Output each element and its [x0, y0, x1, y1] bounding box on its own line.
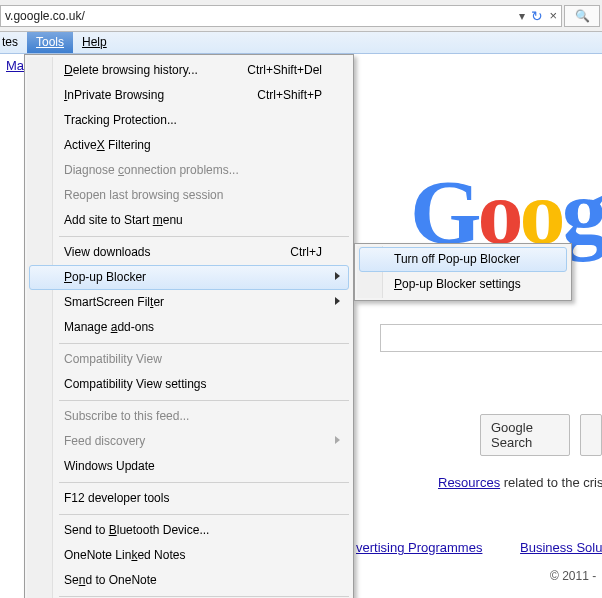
footer-links: vertising Programmes Business Soluti	[356, 540, 602, 555]
crisis-text: Resources related to the cris	[438, 475, 602, 490]
copyright: © 2011 -	[550, 569, 596, 583]
search-icon: 🔍	[575, 9, 590, 23]
feed-discovery: Feed discovery	[29, 429, 349, 454]
send-to-onenote[interactable]: Send to OneNote	[29, 568, 349, 593]
view-downloads[interactable]: View downloads Ctrl+J	[29, 240, 349, 265]
popup-blocker-settings[interactable]: Pop-up Blocker settings	[359, 272, 567, 297]
send-bluetooth[interactable]: Send to Bluetooth Device...	[29, 518, 349, 543]
lucky-button[interactable]	[580, 414, 602, 456]
dropdown-icon[interactable]: ▾	[519, 9, 525, 23]
url-text: v.google.co.uk/	[5, 9, 519, 23]
refresh-icon[interactable]: ↻	[531, 8, 543, 24]
diagnose-connection: Diagnose connection problems...	[29, 158, 349, 183]
compat-view: Compatibility View	[29, 347, 349, 372]
business-link[interactable]: Business Soluti	[520, 540, 602, 555]
compat-view-settings[interactable]: Compatibility View settings	[29, 372, 349, 397]
delete-browsing-history[interactable]: Delete browsing history... Ctrl+Shift+De…	[29, 58, 349, 83]
manage-addons[interactable]: Manage add-ons	[29, 315, 349, 340]
smartscreen-filter[interactable]: SmartScreen Filter	[29, 290, 349, 315]
activex-filtering[interactable]: ActiveX Filtering	[29, 133, 349, 158]
reopen-session: Reopen last browsing session	[29, 183, 349, 208]
subscribe-feed: Subscribe to this feed...	[29, 404, 349, 429]
popup-blocker[interactable]: Pop-up Blocker	[29, 265, 349, 290]
resources-link[interactable]: Resources	[438, 475, 500, 490]
google-search-button[interactable]: Google Search	[480, 414, 570, 456]
submenu-arrow-icon	[335, 272, 340, 280]
tracking-protection[interactable]: Tracking Protection...	[29, 108, 349, 133]
submenu-arrow-icon	[335, 297, 340, 305]
popup-blocker-submenu: Turn off Pop-up Blocker Pop-up Blocker s…	[354, 243, 572, 301]
onenote-linked-notes[interactable]: OneNote Linked Notes	[29, 543, 349, 568]
windows-update[interactable]: Windows Update	[29, 454, 349, 479]
tools-dropdown: Delete browsing history... Ctrl+Shift+De…	[24, 54, 354, 598]
turn-off-popup-blocker[interactable]: Turn off Pop-up Blocker	[359, 247, 567, 272]
stop-icon[interactable]: ×	[549, 8, 557, 23]
search-input[interactable]	[380, 324, 602, 352]
menu-help[interactable]: Help	[73, 32, 116, 53]
menu-tools[interactable]: Tools	[27, 32, 73, 53]
menu-favorites[interactable]: tes	[0, 32, 27, 53]
f12-devtools[interactable]: F12 developer tools	[29, 486, 349, 511]
inprivate-browsing[interactable]: InPrivate Browsing Ctrl+Shift+P	[29, 83, 349, 108]
add-site-start-menu[interactable]: Add site to Start menu	[29, 208, 349, 233]
advertising-link[interactable]: vertising Programmes	[356, 540, 482, 555]
url-field[interactable]: v.google.co.uk/ ▾ ↻ ×	[0, 5, 562, 27]
submenu-arrow-icon	[335, 436, 340, 444]
address-bar: v.google.co.uk/ ▾ ↻ × 🔍	[0, 0, 602, 32]
menu-bar: tes Tools Help	[0, 32, 602, 54]
search-box[interactable]: 🔍	[564, 5, 600, 27]
